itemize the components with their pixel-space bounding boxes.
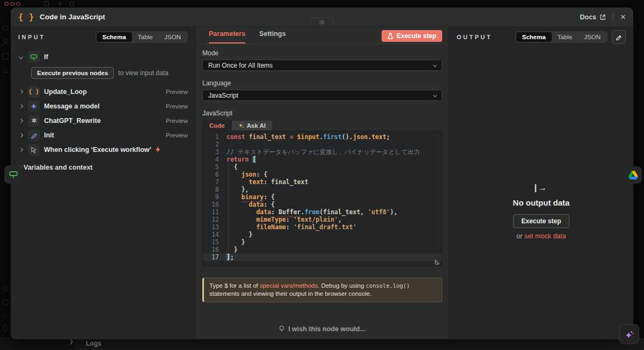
input-node-update-loop[interactable]: { } Update_Loop Preview [16,84,188,99]
execute-previous-suffix: to view input data [118,69,168,77]
updates-icon [1,298,10,306]
variables-and-context-item[interactable]: Variables and context [16,160,188,174]
language-select[interactable]: JavaScript [202,90,442,101]
no-output-title: No output data [449,198,633,207]
bell-icon [1,67,10,74]
output-tab-schema[interactable]: Schema [516,32,552,42]
profile-icon [1,324,10,332]
ai-sparkles-icon [625,330,634,339]
google-drive-icon [628,170,639,180]
code-line[interactable]: 13 fileName: 'final_draft.txt' [203,223,442,231]
home-icon [1,24,10,31]
code-line[interactable]: 10 data: { [203,201,442,208]
tab-parameters[interactable]: Parameters [209,30,245,43]
chevron-right-icon[interactable] [19,133,23,137]
input-panel-title: INPUT [18,34,46,40]
code-line[interactable]: 17]; [203,253,442,261]
if-node-icon [28,51,40,63]
expand-editor-icon[interactable] [435,260,440,265]
mode-select[interactable]: Run Once for All Items [202,60,442,71]
preview-link[interactable]: Preview [166,89,188,95]
code-section-label: JavaScript [202,110,442,117]
execute-step-button[interactable]: Execute step [382,30,442,42]
code-line[interactable]: 12 mimeType: 'text/plain', [203,216,442,223]
execute-previous-nodes-button[interactable]: Execute previous nodes [31,67,114,79]
chevron-right-icon[interactable] [19,104,23,108]
bolt-icon [155,146,161,153]
header-divider [613,13,613,21]
output-tab-json[interactable]: JSON [578,32,606,42]
code-line[interactable]: 8 }, [203,186,442,193]
no-output-state: |→ No output data Execute step or set mo… [449,183,633,240]
node-feedback-link[interactable]: I wish this node would... [196,325,449,333]
preview-link[interactable]: Preview [166,103,188,110]
chevron-right-icon[interactable] [19,89,23,93]
output-tab-table[interactable]: Table [552,32,579,42]
ai-assistant-button[interactable] [619,324,639,344]
tab-settings[interactable]: Settings [259,30,286,42]
input-node-chatgpt-rewrite[interactable]: ChatGPT_Rewrite Preview [16,113,188,128]
close-icon[interactable]: × [620,12,626,21]
code-line[interactable]: 7 text: final_text [203,178,442,186]
background-toolbar-icons [44,1,76,6]
tab-ask-ai[interactable]: Ask AI [232,121,272,130]
code-node-icon: { } [18,12,34,22]
input-node-manual-trigger[interactable]: When clicking ‘Execute workflow’ [16,142,188,157]
set-mock-data-link[interactable]: set mock data [524,232,566,240]
workflow-logo-icon [4,1,23,6]
flask-icon [387,33,393,39]
code-line[interactable]: 14 } [203,231,442,238]
logs-panel-header[interactable]: Logs [75,338,644,350]
panel-drag-handle[interactable] [310,18,334,26]
code-lines[interactable]: 1const final_text = $input.first().json.… [203,131,442,261]
preview-link[interactable]: Preview [166,118,188,124]
node-label: Message a model [44,103,100,110]
variables-label: Variables and context [24,164,93,171]
input-node-init[interactable]: Init Preview [16,128,188,142]
google-drive-node-edge-stub[interactable] [625,166,642,184]
code-line[interactable]: 2 [203,141,442,148]
code-line[interactable]: 4return [ [203,156,442,163]
chevron-down-icon[interactable] [19,54,23,59]
special-vars-link[interactable]: special vars/methods [260,282,318,289]
code-line[interactable]: 15 } [203,238,442,246]
code-line[interactable]: 16 } [203,246,442,253]
code-line[interactable]: 11 data: Buffer.from(final_text, 'utf8')… [203,208,442,216]
input-tab-schema[interactable]: Schema [97,32,132,42]
chevron-down-icon [433,93,437,97]
code-line[interactable]: 1const final_text = $input.first().json.… [203,133,442,141]
chevron-down-icon [433,63,437,67]
code-line[interactable]: 3// テキストデータをバッファに変換し、バイナリデータとして出力 [203,148,442,156]
input-tab-json[interactable]: JSON [158,32,187,42]
cursor-icon [28,144,40,156]
node-label: When clicking ‘Execute workflow’ [44,146,151,154]
code-line[interactable]: 5 { [203,163,442,171]
templates-icon [1,53,10,60]
input-node-message-a-model[interactable]: Message a model Preview [16,99,188,113]
or-text: or [516,232,522,240]
chevron-right-icon[interactable] [19,118,23,122]
input-node-if[interactable]: If [16,49,188,64]
ai-sparkle-icon [28,100,40,112]
tab-code[interactable]: Code [202,120,232,130]
mode-value: Run Once for All Items [208,62,273,69]
node-label: Update_Loop [44,88,87,96]
output-panel-title: OUTPUT [457,34,492,40]
code-editor[interactable]: 1const final_text = $input.first().json.… [202,130,442,267]
if-node-edge-stub[interactable] [4,165,23,184]
chevron-right-icon[interactable] [19,147,23,151]
indent-guide [228,163,229,253]
external-link-icon [599,14,606,20]
background-toolbar [0,0,644,8]
code-line[interactable]: 9 binary: { [203,193,442,201]
output-view-tabs: Schema Table JSON [515,31,608,43]
output-execute-step-button[interactable]: Execute step [513,214,569,228]
edit-output-button[interactable] [612,30,626,44]
input-tab-table[interactable]: Table [132,32,159,42]
preview-link[interactable]: Preview [166,132,188,138]
docs-link[interactable]: Docs [580,13,606,21]
code-line[interactable]: 6 json: { [203,171,442,178]
pencil-icon [28,129,40,141]
node-title[interactable]: Code in JavaScript [40,13,105,21]
output-panel: OUTPUT Schema Table JSON |→ No output da… [449,27,633,339]
